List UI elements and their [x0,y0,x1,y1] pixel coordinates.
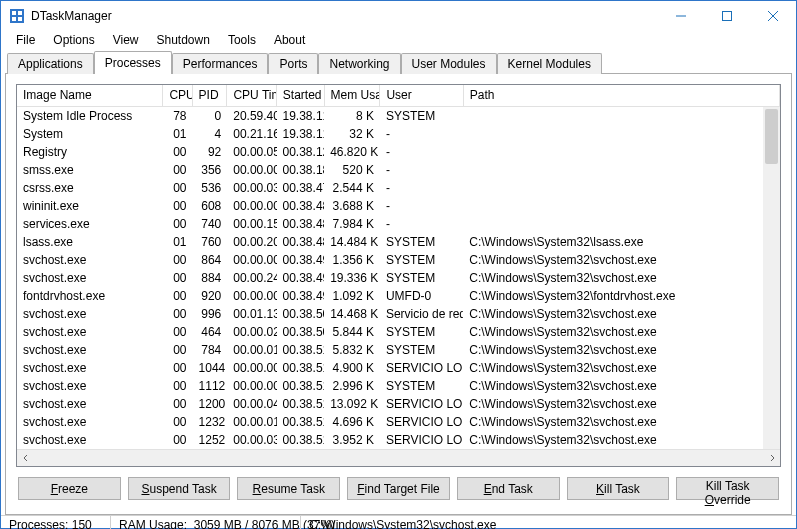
menu-tools[interactable]: Tools [219,31,265,49]
cell-start: 00.38.12 [277,144,325,160]
column-header[interactable]: PID [193,85,228,106]
cell-pid: 996 [193,306,228,322]
cell-user: SERVICIO LOCAL [380,360,463,376]
table-row[interactable]: svchost.exe00125200.00.0300.38.513.952 K… [17,431,780,449]
tab-performances[interactable]: Performances [172,53,269,74]
table-row[interactable]: svchost.exe0046400.00.0200.38.505.844 KS… [17,323,780,341]
cell-path: C:\Windows\System32\svchost.exe [463,432,780,448]
column-header[interactable]: Started [277,85,325,106]
menu-shutdown[interactable]: Shutdown [148,31,219,49]
tab-ports[interactable]: Ports [268,53,318,74]
find-target-file-button[interactable]: Find Target File [347,477,450,500]
cell-cpu: 00 [164,432,193,448]
titlebar[interactable]: DTaskManager [1,1,796,31]
cell-path: C:\Windows\System32\svchost.exe [463,360,780,376]
cell-name: svchost.exe [17,378,164,394]
table-row[interactable]: svchost.exe00104400.00.0000.38.514.900 K… [17,359,780,377]
process-listview[interactable]: Image NameCPUPIDCPU TimeStartedMem Usage… [16,84,781,467]
tab-networking[interactable]: Networking [318,53,400,74]
maximize-button[interactable] [704,1,750,31]
cell-mem: 14.484 K [324,234,380,250]
cell-path: C:\Windows\System32\svchost.exe [463,378,780,394]
cell-start: 00.38.48 [277,216,325,232]
vertical-scrollbar[interactable] [763,107,780,449]
table-row[interactable]: svchost.exe00120000.00.0400.38.5113.092 … [17,395,780,413]
column-header[interactable]: Image Name [17,85,163,106]
end-task-button[interactable]: End Task [457,477,560,500]
cell-user: SYSTEM [380,252,463,268]
cell-name: svchost.exe [17,324,164,340]
cell-path: C:\Windows\System32\fontdrvhost.exe [463,288,780,304]
cell-mem: 5.844 K [324,324,380,340]
cell-user: UMFD-0 [380,288,463,304]
menu-view[interactable]: View [104,31,148,49]
cell-cpu: 00 [164,162,193,178]
cell-time: 00.00.04 [227,396,276,412]
table-row[interactable]: csrss.exe0053600.00.0300.38.472.544 K- [17,179,780,197]
scroll-right-icon[interactable] [763,450,780,467]
cell-time: 00.00.00 [227,360,276,376]
listview-body[interactable]: System Idle Process78020.59.4019.38.118 … [17,107,780,449]
cell-user: Servicio de red [380,306,463,322]
horizontal-scrollbar[interactable] [17,449,780,466]
table-row[interactable]: svchost.exe0099600.01.1300.38.5014.468 K… [17,305,780,323]
tab-processes[interactable]: Processes [94,51,172,74]
cell-pid: 884 [193,270,228,286]
column-header[interactable]: Mem Usage [325,85,381,106]
cell-time: 00.00.03 [227,180,276,196]
freeze-button[interactable]: Freeze [18,477,121,500]
menu-file[interactable]: File [7,31,44,49]
table-row[interactable]: services.exe0074000.00.1500.38.487.984 K… [17,215,780,233]
table-row[interactable]: Registry009200.00.0500.38.1246.820 K- [17,143,780,161]
tab-applications[interactable]: Applications [7,53,94,74]
menu-about[interactable]: About [265,31,314,49]
scrollbar-thumb[interactable] [765,109,778,164]
cell-time: 00.00.00 [227,252,276,268]
cell-cpu: 00 [164,216,193,232]
column-header[interactable]: CPU [163,85,192,106]
cell-cpu: 00 [164,180,193,196]
resume-task-button[interactable]: Resume Task [237,477,340,500]
table-row[interactable]: wininit.exe0060800.00.0000.38.483.688 K- [17,197,780,215]
table-row[interactable]: svchost.exe0078400.00.0100.38.515.832 KS… [17,341,780,359]
cell-mem: 5.832 K [324,342,380,358]
statusbar: Processes: 150 RAM Usage: 3059 MB / 8076… [1,515,796,529]
cell-pid: 784 [193,342,228,358]
table-row[interactable]: smss.exe0035600.00.0000.38.18520 K- [17,161,780,179]
table-row[interactable]: fontdrvhost.exe0092000.00.0000.38.491.09… [17,287,780,305]
table-row[interactable]: svchost.exe00123200.00.0100.38.514.696 K… [17,413,780,431]
action-button-row: FreezeSuspend TaskResume TaskFind Target… [16,467,781,506]
cell-time: 00.00.05 [227,144,276,160]
cell-user: - [380,126,463,142]
menu-options[interactable]: Options [44,31,103,49]
cell-pid: 760 [193,234,228,250]
svg-rect-3 [12,17,16,21]
kill-task-button[interactable]: Kill Task [567,477,670,500]
tab-kernel-modules[interactable]: Kernel Modules [497,53,602,74]
suspend-task-button[interactable]: Suspend Task [128,477,231,500]
table-row[interactable]: svchost.exe0086400.00.0000.38.491.356 KS… [17,251,780,269]
scroll-left-icon[interactable] [17,450,34,467]
cell-time: 00.00.00 [227,378,276,394]
column-header[interactable]: Path [464,85,780,106]
cell-cpu: 78 [164,108,193,124]
table-row[interactable]: System Idle Process78020.59.4019.38.118 … [17,107,780,125]
cell-pid: 356 [193,162,228,178]
cell-start: 00.38.18 [277,162,325,178]
minimize-button[interactable] [658,1,704,31]
close-button[interactable] [750,1,796,31]
tab-user-modules[interactable]: User Modules [401,53,497,74]
column-header[interactable]: User [380,85,463,106]
cell-mem: 8 K [324,108,380,124]
scrollbar-track[interactable] [34,450,763,467]
table-row[interactable]: svchost.exe0088400.00.2400.38.4919.336 K… [17,269,780,287]
cell-mem: 2.996 K [324,378,380,394]
cell-name: System Idle Process [17,108,164,124]
table-row[interactable]: svchost.exe00111200.00.0000.38.512.996 K… [17,377,780,395]
kill-task-override-button[interactable]: Kill Task Override [676,477,779,500]
app-window: DTaskManager FileOptionsViewShutdownTool… [0,0,797,529]
cell-name: svchost.exe [17,252,164,268]
column-header[interactable]: CPU Time [227,85,276,106]
table-row[interactable]: lsass.exe0176000.00.2000.38.4814.484 KSY… [17,233,780,251]
table-row[interactable]: System01400.21.1619.38.1132 K- [17,125,780,143]
